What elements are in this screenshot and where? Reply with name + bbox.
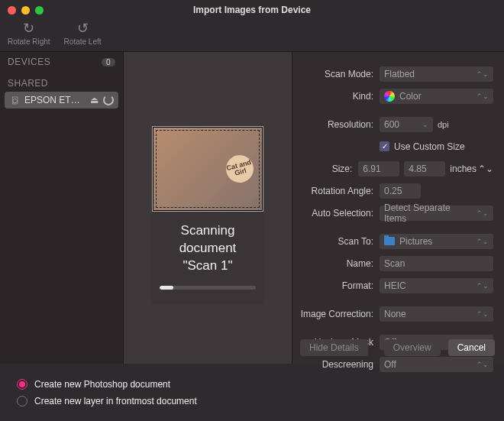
scan-to-select[interactable]: Pictures⌃⌄: [380, 234, 493, 249]
image-correction-value: None: [384, 309, 406, 319]
scan-to-value: Pictures: [399, 236, 432, 247]
toolbar: ↻ Rotate Right ↺ Rotate Left: [0, 20, 504, 52]
size-width-input[interactable]: 6.91: [358, 161, 399, 176]
resolution-value: 600: [384, 119, 399, 130]
rotate-left-button[interactable]: ↺ Rotate Left: [64, 20, 102, 46]
kind-value: Color: [399, 91, 422, 102]
scan-progress-bar: [160, 286, 173, 290]
name-input[interactable]: Scan: [380, 256, 493, 271]
window-controls: [8, 6, 44, 15]
auto-selection-select[interactable]: Detect Separate Items⌃⌄: [380, 206, 493, 221]
scanner-icon: ⌼: [9, 95, 20, 105]
footer-options: Create new Photoshop document Create new…: [0, 364, 504, 421]
scan-mode-select[interactable]: Flatbed⌃⌄: [380, 66, 493, 82]
shared-header-label: SHARED: [8, 78, 48, 89]
devices-count: 0: [102, 58, 115, 66]
button-bar: Hide Details Overview Cancel: [300, 339, 495, 356]
radio-new-layer[interactable]: Create new layer in frontmost document: [17, 396, 487, 406]
rotate-right-button[interactable]: ↻ Rotate Right: [8, 20, 50, 46]
chevron-updown-icon: ⌃⌄: [477, 310, 489, 318]
busy-spinner-icon: [103, 95, 114, 105]
auto-selection-label: Auto Selection:: [297, 208, 373, 219]
use-custom-size-label: Use Custom Size: [394, 141, 465, 152]
chevron-down-icon: ⌄: [422, 121, 428, 128]
size-label: Size:: [297, 164, 352, 174]
preview-badge: Cat and Girl: [223, 152, 257, 186]
titlebar: Import Images from Device: [0, 0, 504, 20]
format-value: HEIC: [384, 280, 406, 291]
chevron-updown-icon: ⌃⌄: [477, 282, 489, 290]
preview-pane: Cat and Girl Scanning document "Scan 1": [124, 52, 292, 364]
rotation-label: Rotation Angle:: [297, 186, 373, 196]
folder-icon: [384, 237, 395, 245]
kind-select[interactable]: Color⌃⌄: [380, 89, 493, 104]
image-correction-select[interactable]: None⌃⌄: [380, 306, 493, 322]
size-unit-value: inches: [450, 164, 477, 174]
shared-header: SHARED: [0, 76, 123, 90]
resolution-unit: dpi: [438, 120, 449, 129]
size-width-value: 6.91: [363, 164, 380, 174]
rotate-right-label: Rotate Right: [8, 37, 50, 46]
scan-mode-value: Flatbed: [384, 69, 415, 79]
chevron-updown-icon: ⌃⌄: [477, 92, 489, 100]
scan-to-label: Scan To:: [297, 236, 373, 247]
eject-icon[interactable]: ⏏: [90, 95, 99, 105]
scan-progress: [160, 286, 256, 290]
hide-details-button[interactable]: Hide Details: [300, 339, 368, 356]
scan-status-line1: Scanning: [158, 222, 257, 240]
window-title: Import Images from Device: [0, 5, 504, 15]
chevron-updown-icon: ⌃⌄: [477, 361, 489, 368]
use-custom-size-checkbox[interactable]: ✓Use Custom Size: [380, 141, 465, 152]
overview-button[interactable]: Overview: [384, 339, 441, 356]
rotation-value: 0.25: [384, 186, 402, 196]
radio-new-document-label: Create new Photoshop document: [34, 379, 170, 390]
settings-pane: Scan Mode: Flatbed⌃⌄ Kind: Color⌃⌄ Resol…: [292, 52, 504, 364]
scan-mode-label: Scan Mode:: [297, 69, 373, 79]
format-select[interactable]: HEIC⌃⌄: [380, 278, 493, 293]
scan-preview-image[interactable]: Cat and Girl: [152, 126, 263, 212]
chevron-updown-icon: ⌃⌄: [477, 70, 489, 78]
name-value: Scan: [384, 258, 405, 269]
image-correction-label: Image Correction:: [297, 309, 373, 319]
radio-unchecked-icon: [17, 396, 27, 406]
scan-status-line3: "Scan 1": [158, 257, 257, 275]
name-label: Name:: [297, 258, 373, 269]
scan-status-line2: document: [158, 240, 257, 257]
chevron-updown-icon: ⌃⌄: [477, 209, 489, 217]
sidebar: DEVICES 0 SHARED ⌼ EPSON ET… ⏏: [0, 52, 124, 364]
kind-label: Kind:: [297, 91, 373, 102]
size-height-value: 4.85: [409, 164, 426, 174]
devices-header-label: DEVICES: [8, 57, 50, 67]
resolution-select[interactable]: 600⌄: [380, 117, 433, 132]
device-name: EPSON ET…: [24, 95, 86, 105]
rotate-right-icon: ↻: [23, 20, 34, 37]
rotation-input[interactable]: 0.25: [380, 183, 421, 199]
devices-header: DEVICES 0: [0, 55, 123, 69]
scan-status-overlay: Scanning document "Scan 1": [152, 212, 263, 303]
auto-selection-value: Detect Separate Items: [384, 202, 472, 224]
size-height-input[interactable]: 4.85: [404, 161, 445, 176]
checkbox-checked-icon: ✓: [380, 141, 389, 151]
device-row-epson[interactable]: ⌼ EPSON ET… ⏏: [5, 92, 118, 108]
minimize-icon[interactable]: [21, 6, 30, 15]
cancel-button[interactable]: Cancel: [448, 339, 495, 356]
main-area: DEVICES 0 SHARED ⌼ EPSON ET… ⏏ Cat and G…: [0, 52, 504, 364]
color-swatch-icon: [384, 91, 395, 102]
descreening-label: Descreening: [297, 359, 373, 370]
close-icon[interactable]: [8, 6, 16, 15]
format-label: Format:: [297, 280, 373, 291]
chevron-updown-icon: ⌃⌄: [477, 238, 489, 245]
maximize-icon[interactable]: [35, 6, 44, 15]
rotate-left-label: Rotate Left: [64, 37, 102, 46]
radio-new-layer-label: Create new layer in frontmost document: [34, 396, 197, 406]
radio-new-document[interactable]: Create new Photoshop document: [17, 379, 487, 390]
descreening-select[interactable]: Off⌃⌄: [380, 357, 493, 372]
resolution-label: Resolution:: [297, 119, 373, 130]
chevron-updown-icon: ⌃⌄: [478, 164, 493, 174]
radio-checked-icon: [17, 379, 27, 390]
descreening-value: Off: [384, 359, 396, 370]
rotate-left-icon: ↺: [77, 20, 89, 37]
size-unit-select[interactable]: inches⌃⌄: [450, 164, 493, 174]
